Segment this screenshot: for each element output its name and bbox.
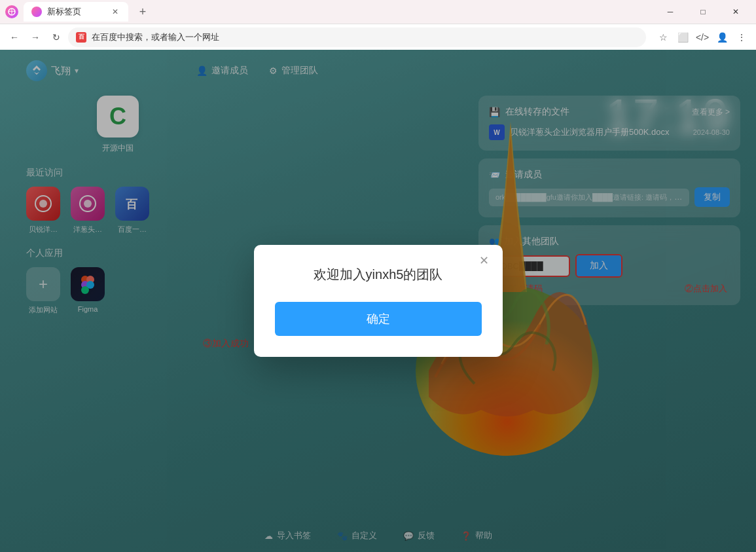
window-controls: ─ □ ✕ <box>655 2 751 22</box>
minimize-btn[interactable]: ─ <box>655 2 685 22</box>
maximize-btn[interactable]: □ <box>688 2 718 22</box>
browser-icon <box>5 5 18 18</box>
title-bar: 新标签页 ✕ + ─ □ ✕ <box>0 0 756 24</box>
tab-favicon <box>31 7 42 17</box>
address-text: 在百度中搜索，或者输入一个网址 <box>92 31 219 43</box>
browser-tab[interactable]: 新标签页 ✕ <box>24 2 128 22</box>
new-tab-btn[interactable]: + <box>134 3 152 21</box>
modal-close-btn[interactable]: ✕ <box>477 253 492 268</box>
extension-btn[interactable]: ⬜ <box>674 28 692 46</box>
menu-btn[interactable]: ⋮ <box>732 28 751 46</box>
close-btn[interactable]: ✕ <box>721 2 751 22</box>
browser-frame: 新标签页 ✕ + ─ □ ✕ ← → ↻ 百 在百度中搜索，或者输入一个网址 ☆… <box>0 0 756 50</box>
address-bar[interactable]: 百 在百度中搜索，或者输入一个网址 <box>68 28 646 47</box>
newtab-content: 飞翔 ▾ 👤 邀请成员 ⚙ 管理团队 17:19 C 开源中国 最近访问 <box>0 50 756 552</box>
modal-confirm-btn[interactable]: 确定 <box>275 302 482 336</box>
nav-actions: ☆ ⬜ </> 👤 ⋮ <box>654 28 751 46</box>
modal-dialog: ✕ 欢迎加入yinxh5的团队 确定 <box>254 245 503 357</box>
devtools-btn[interactable]: </> <box>693 28 711 46</box>
forward-btn[interactable]: → <box>26 28 45 46</box>
tab-label: 新标签页 <box>47 6 81 18</box>
refresh-btn[interactable]: ↻ <box>47 28 65 46</box>
nav-bar: ← → ↻ 百 在百度中搜索，或者输入一个网址 ☆ ⬜ </> 👤 ⋮ <box>0 24 756 50</box>
modal-title: 欢迎加入yinxh5的团队 <box>275 266 482 284</box>
modal-overlay: ✕ 欢迎加入yinxh5的团队 确定 <box>0 50 756 552</box>
tab-close-btn[interactable]: ✕ <box>110 7 120 17</box>
back-btn[interactable]: ← <box>5 28 24 46</box>
profile-btn[interactable]: 👤 <box>713 28 731 46</box>
bookmark-btn[interactable]: ☆ <box>654 28 672 46</box>
address-favicon: 百 <box>76 32 86 43</box>
